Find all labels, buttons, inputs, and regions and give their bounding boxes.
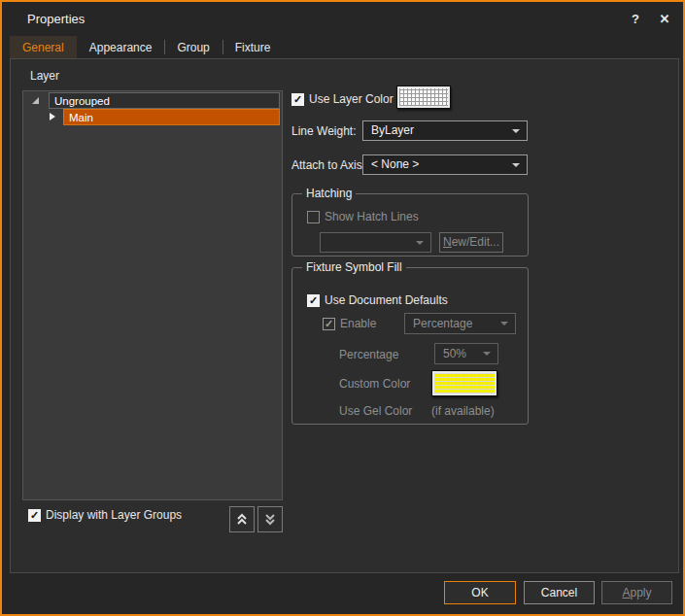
use-layer-color-checkbox[interactable] [291,93,304,106]
layer-tree[interactable]: Ungrouped Main [22,90,283,500]
tab-appearance[interactable]: Appearance [77,36,165,58]
layer-color-pattern [399,88,448,106]
use-layer-color-label: Use Layer Color [309,92,394,106]
chevron-down-icon [483,352,491,356]
hatching-group-title: Hatching [302,187,356,200]
move-up-button[interactable] [229,506,255,532]
chevron-down-icon [416,241,424,245]
line-weight-label: Line Weight: [291,124,357,138]
enable-label: Enable [340,317,376,330]
expander-open-icon[interactable] [32,97,39,104]
layer-color-swatch[interactable] [396,86,451,109]
attach-axis-frame-dropdown[interactable]: < None > [362,154,528,175]
hatching-group: Hatching Show Hatch Lines New/Edit... [291,193,529,257]
close-icon[interactable]: ✕ [654,10,675,29]
ok-label: OK [445,582,515,603]
attach-axis-frame-value: < None > [371,157,419,171]
chevron-down-icon [500,322,508,325]
general-tab-page: Layer Ungrouped Main Display with Layer … [10,58,679,573]
tree-row-main[interactable]: Main [23,109,282,125]
enable-mode-dropdown[interactable]: Percentage [404,313,516,334]
window-title: Properties [27,12,85,26]
chevron-down-icon [512,129,520,133]
tab-general[interactable]: General [10,36,77,58]
double-chevron-down-icon [263,513,277,526]
properties-dialog: Properties ? ✕ General Appearance Group … [0,0,685,616]
help-icon[interactable]: ? [625,10,646,29]
new-edit-button[interactable]: New/Edit... [439,232,503,253]
chevron-down-icon [512,163,520,167]
double-chevron-up-icon [235,513,249,526]
line-weight-dropdown[interactable]: ByLayer [362,120,528,141]
title-bar[interactable]: Properties ? ✕ [2,2,683,35]
show-hatch-lines-label: Show Hatch Lines [325,210,419,223]
custom-color-pattern [434,373,495,394]
enable-checkbox[interactable] [323,318,335,330]
display-with-layer-groups-checkbox[interactable] [28,509,41,522]
apply-label: Apply [602,582,671,603]
use-document-defaults-label: Use Document Defaults [325,293,448,307]
use-gel-color-label: Use Gel Color [339,404,412,418]
move-down-button[interactable] [257,506,283,532]
custom-color-label: Custom Color [339,377,410,391]
fixture-symbol-fill-group: Fixture Symbol Fill Use Document Default… [291,267,529,425]
cancel-label: Cancel [525,582,594,603]
percentage-value: 50% [443,347,466,360]
use-gel-color-note: (if available) [431,404,495,418]
tree-item-main[interactable]: Main [63,109,280,125]
enable-mode-value: Percentage [413,317,472,330]
cancel-button[interactable]: Cancel [524,581,595,604]
percentage-dropdown[interactable]: 50% [434,343,498,364]
hatch-pattern-dropdown[interactable] [320,232,431,253]
new-edit-label: New/Edit... [440,233,502,252]
tab-group[interactable]: Group [164,36,222,58]
tab-fixture[interactable]: Fixture [223,36,284,58]
tree-row-ungrouped[interactable]: Ungrouped [23,92,282,109]
layer-section-label: Layer [30,69,59,83]
tree-item-ungrouped[interactable]: Ungrouped [49,92,280,109]
custom-color-swatch[interactable] [431,370,497,396]
fixture-symbol-fill-title: Fixture Symbol Fill [302,260,406,274]
percentage-label: Percentage [339,348,398,361]
tab-bar: General Appearance Group Fixture [10,36,283,58]
line-weight-value: ByLayer [371,123,414,137]
use-document-defaults-checkbox[interactable] [307,294,320,307]
show-hatch-lines-checkbox[interactable] [307,211,320,223]
display-with-layer-groups-label: Display with Layer Groups [46,508,182,522]
apply-button[interactable]: Apply [601,581,672,604]
expander-closed-icon[interactable] [50,113,55,120]
ok-button[interactable]: OK [444,581,516,604]
